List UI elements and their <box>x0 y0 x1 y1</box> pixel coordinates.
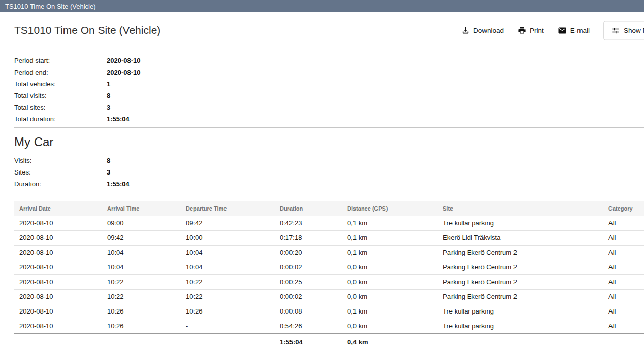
print-label: Print <box>530 27 544 34</box>
cell-category: All <box>603 260 644 275</box>
summary-label: Total vehicles: <box>14 80 107 88</box>
page-header: TS1010 Time On Site (Vehicle) Download P… <box>0 12 644 49</box>
cell-site: Tre kullar parking <box>438 216 603 231</box>
cell-departure-time: 10:00 <box>181 231 275 246</box>
cell-duration: 0:00:02 <box>275 290 342 304</box>
visits-table: Arrival Date Arrival Time Departure Time… <box>14 201 644 347</box>
cell-arrival-date: 2020-08-10 <box>14 275 102 290</box>
summary-value: 8 <box>107 92 110 99</box>
table-row: 2020-08-10 10:04 10:04 0:00:02 0,0 km Pa… <box>14 260 644 275</box>
summary-label: Total duration: <box>14 115 107 123</box>
table-body: 2020-08-10 09:00 09:42 0:42:23 0,1 km Tr… <box>14 216 644 334</box>
report-summary: Period start: 2020-08-10 Period end: 202… <box>0 49 644 127</box>
cell-departure-time: 10:26 <box>181 304 275 319</box>
table-row: 2020-08-10 10:22 10:22 0:00:02 0,0 km Pa… <box>14 290 644 304</box>
cell-departure-time: 10:22 <box>181 290 275 304</box>
vehicle-stat-row: Sites: 3 <box>14 166 644 178</box>
cell-arrival-time: 10:26 <box>102 304 181 319</box>
cell-site: Parking Ekerö Centrum 2 <box>438 246 603 260</box>
cell-arrival-date: 2020-08-10 <box>14 304 102 319</box>
summary-value: 2020-08-10 <box>107 57 141 64</box>
show-parameters-button[interactable]: Show Pa <box>603 21 644 40</box>
vehicle-stat-value: 1:55:04 <box>107 180 130 188</box>
summary-label: Period start: <box>14 57 107 64</box>
cell-arrival-date: 2020-08-10 <box>14 260 102 275</box>
cell-arrival-time: 10:22 <box>102 275 181 290</box>
cell-duration: 0:00:25 <box>275 275 342 290</box>
summary-value: 2020-08-10 <box>107 68 141 76</box>
cell-departure-time: 10:22 <box>181 275 275 290</box>
download-icon <box>461 26 470 35</box>
cell-distance: 0,1 km <box>342 304 438 319</box>
cell-category: All <box>603 231 644 246</box>
summary-row: Period end: 2020-08-10 <box>14 66 644 78</box>
cell-arrival-date: 2020-08-10 <box>14 319 102 334</box>
cell-distance: 0,1 km <box>342 231 438 246</box>
cell-site: Parking Ekerö Centrum 2 <box>438 260 603 275</box>
vehicle-stat-row: Duration: 1:55:04 <box>14 178 644 190</box>
cell-category: All <box>603 216 644 231</box>
vehicle-name-heading: My Car <box>14 135 644 149</box>
cell-arrival-time: 10:04 <box>102 260 181 275</box>
section-divider <box>14 127 644 128</box>
cell-duration: 0:42:23 <box>275 216 342 231</box>
summary-row: Period start: 2020-08-10 <box>14 55 644 66</box>
cell-distance: 0,0 km <box>342 275 438 290</box>
cell-arrival-time: 09:42 <box>102 231 181 246</box>
summary-row: Total sites: 3 <box>14 101 644 113</box>
summary-label: Period end: <box>14 68 107 76</box>
download-label: Download <box>473 27 504 34</box>
table-header-cell: Category <box>603 201 644 216</box>
email-button[interactable]: E-mail <box>558 26 590 35</box>
cell-arrival-time: 10:26 <box>102 319 181 334</box>
summary-label: Total visits: <box>14 92 107 99</box>
table-row: 2020-08-10 10:26 - 0:54:26 0,0 km Tre ku… <box>14 319 644 334</box>
table-row: 2020-08-10 10:22 10:22 0:00:25 0,0 km Pa… <box>14 275 644 290</box>
table-row: 2020-08-10 09:00 09:42 0:42:23 0,1 km Tr… <box>14 216 644 231</box>
summary-row: Total visits: 8 <box>14 90 644 101</box>
table-row: 2020-08-10 10:26 10:26 0:00:08 0,1 km Tr… <box>14 304 644 319</box>
totals-arrival-time <box>102 334 181 347</box>
envelope-icon <box>558 26 567 35</box>
summary-label: Total sites: <box>14 103 107 111</box>
cell-duration: 0:17:18 <box>275 231 342 246</box>
totals-distance: 0,4 km <box>342 334 438 347</box>
totals-site <box>438 334 603 347</box>
vehicle-stat-value: 3 <box>107 168 110 176</box>
table-header-cell: Departure Time <box>181 201 275 216</box>
cell-site: Tre kullar parking <box>438 319 603 334</box>
toolbar: Download Print E-mail <box>461 21 644 40</box>
summary-row: Total vehicles: 1 <box>14 78 644 90</box>
table-header-cell: Site <box>438 201 603 216</box>
cell-distance: 0,0 km <box>342 290 438 304</box>
download-button[interactable]: Download <box>461 26 504 35</box>
cell-departure-time: 10:04 <box>181 246 275 260</box>
cell-departure-time: 09:42 <box>181 216 275 231</box>
cell-site: Parking Ekerö Centrum 2 <box>438 275 603 290</box>
cell-site: Ekerö Lidl Träkvista <box>438 231 603 246</box>
cell-distance: 0,0 km <box>342 319 438 334</box>
totals-duration: 1:55:04 <box>275 334 342 347</box>
cell-distance: 0,1 km <box>342 246 438 260</box>
cell-site: Parking Ekerö Centrum 2 <box>438 290 603 304</box>
cell-distance: 0,0 km <box>342 260 438 275</box>
cell-departure-time: - <box>181 319 275 334</box>
window-title: TS1010 Time On Site (Vehicle) <box>5 3 95 10</box>
summary-row: Total duration: 1:55:04 <box>14 113 644 125</box>
cell-arrival-date: 2020-08-10 <box>14 231 102 246</box>
table-totals-row: 1:55:04 0,4 km <box>14 334 644 347</box>
window-title-bar: TS1010 Time On Site (Vehicle) <box>0 0 644 12</box>
totals-departure-time <box>181 334 275 347</box>
cell-duration: 0:00:08 <box>275 304 342 319</box>
cell-category: All <box>603 290 644 304</box>
vehicle-stat-label: Duration: <box>14 180 107 188</box>
cell-duration: 0:00:20 <box>275 246 342 260</box>
print-button[interactable]: Print <box>518 26 544 35</box>
table-header-cell: Arrival Date <box>14 201 102 216</box>
table-header-cell: Duration <box>275 201 342 216</box>
sliders-icon <box>611 26 620 35</box>
table-header-cell: Distance (GPS) <box>342 201 438 216</box>
printer-icon <box>518 26 526 35</box>
cell-site: Tre kullar parking <box>438 304 603 319</box>
cell-arrival-date: 2020-08-10 <box>14 216 102 231</box>
